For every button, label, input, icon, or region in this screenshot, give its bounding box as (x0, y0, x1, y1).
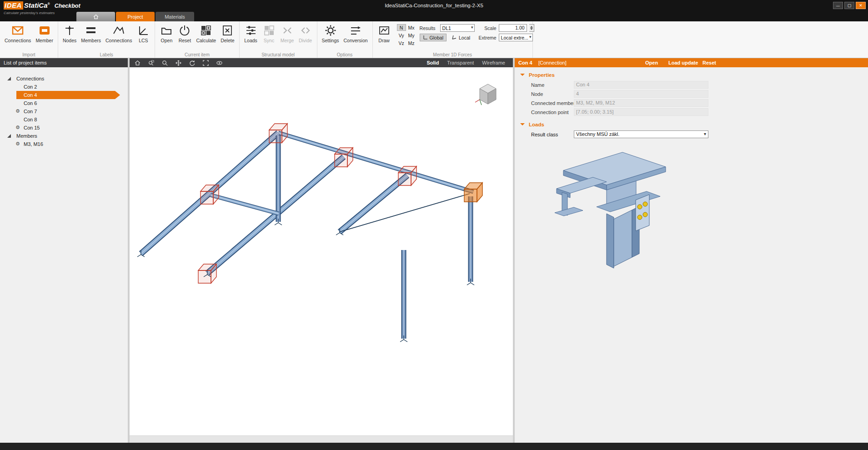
minimize-button[interactable] (833, 2, 843, 9)
scale-input[interactable]: 1.00 (499, 24, 527, 32)
structural-model-canvas[interactable] (130, 67, 513, 435)
gear-icon (324, 24, 337, 37)
scale-spinner[interactable] (529, 24, 534, 32)
gear-icon (15, 108, 20, 114)
tree-item-m3-m16[interactable]: M3, M16 (0, 140, 128, 148)
conversion-button[interactable]: Conversion (341, 23, 370, 43)
tree-item-con15[interactable]: Con 15 (0, 124, 128, 132)
rafter-beam-3[interactable] (340, 175, 407, 232)
inspector-subtitle: [Connection] (538, 58, 567, 67)
connection-box[interactable] (398, 166, 416, 185)
tree-item-con8[interactable]: Con 8 (0, 115, 128, 124)
ribbon-group-structural-model: Loads Sync Merge (240, 21, 317, 58)
inspector-title: Con 4 (518, 58, 532, 67)
labels-nodes-button[interactable]: Nodes (60, 23, 79, 43)
tree-item-con7[interactable]: Con 7 (0, 107, 128, 115)
connection-box[interactable] (335, 148, 353, 167)
delete-button[interactable]: Delete (218, 23, 236, 43)
result-class-dropdown[interactable]: Všechny MSÚ zákl. (574, 130, 708, 138)
connection-inspector-panel: Con 4 [Connection] Open Load update Rese… (515, 58, 868, 443)
mode-solid[interactable]: Solid (426, 60, 439, 65)
toggle-vz[interactable]: Vz (397, 40, 406, 46)
ribbon-group-member-1d-forces: Draw N Vy Vz Mx My Mz Res (373, 21, 533, 58)
global-toggle[interactable]: Global (420, 34, 447, 41)
properties-section-header[interactable]: Properties (515, 67, 868, 80)
view-home-icon[interactable] (134, 59, 141, 66)
connection-box-con4-selected[interactable] (464, 183, 482, 202)
rotate-icon[interactable] (188, 59, 196, 66)
tree-item-members[interactable]: Members (0, 132, 128, 140)
zoom-icon[interactable] (161, 59, 168, 66)
gear-icon (15, 125, 20, 130)
sync-button[interactable]: Sync (260, 23, 278, 43)
loads-sliders-icon (244, 24, 258, 37)
maximize-button[interactable] (844, 2, 854, 9)
toggle-n[interactable]: N (397, 24, 406, 31)
property-row-node: Node 4 (515, 90, 868, 99)
inspector-reset-button[interactable]: Reset (702, 58, 716, 67)
toggle-vy[interactable]: Vy (397, 32, 406, 39)
open-icon (160, 24, 173, 37)
merge-button[interactable]: Merge (278, 23, 296, 43)
draw-button[interactable]: Draw (375, 23, 393, 43)
node-field: 4 (574, 90, 708, 98)
inspector-load-update-button[interactable]: Load update (668, 58, 698, 67)
nodes-icon (63, 24, 76, 37)
import-member-button[interactable]: Member (33, 23, 55, 43)
loads-section-header[interactable]: Loads (515, 117, 868, 130)
results-dropdown[interactable]: DL1 (440, 24, 475, 32)
settings-button[interactable]: Settings (320, 23, 341, 43)
expander-icon[interactable] (7, 134, 11, 138)
sync-icon (262, 24, 276, 37)
mid-beam[interactable] (211, 195, 279, 214)
expander-icon[interactable] (7, 77, 11, 80)
display-mode-switch: Solid Transparent Wireframe (426, 60, 509, 65)
tree-item-connections[interactable]: Connections (0, 75, 128, 83)
model-viewport: Solid Transparent Wireframe (130, 58, 513, 443)
labels-connections-button[interactable]: Connections (103, 23, 134, 43)
extreme-dropdown[interactable]: Local extre... (499, 34, 533, 41)
toggle-mx[interactable]: Mx (407, 24, 416, 31)
mode-transparent[interactable]: Transparent (447, 60, 474, 65)
connection-3d-preview[interactable] (538, 145, 868, 284)
close-button[interactable] (856, 2, 866, 9)
connected-members-field: M3, M2, M9, M12 (574, 99, 708, 107)
top-chord-beam[interactable] (278, 133, 473, 192)
tab-project[interactable]: Project (116, 12, 155, 21)
import-connections-button[interactable]: Connections (2, 23, 33, 43)
tree-item-con6[interactable]: Con 6 (0, 99, 128, 107)
property-row-name: Name Con 4 (515, 80, 868, 90)
connection-box[interactable] (201, 185, 219, 204)
titlebar: IDEA StatiCa® Checkbot Calculate yesterd… (0, 0, 868, 21)
property-row-connection-point: Connection point [7.05; 0.00; 3.15] (515, 108, 868, 117)
property-row-result-class: Result class Všechny MSÚ zákl. (515, 130, 868, 139)
navigation-cube[interactable] (475, 84, 496, 105)
toggle-mz[interactable]: Mz (407, 40, 416, 46)
zoom-window-icon[interactable] (147, 59, 155, 66)
local-toggle[interactable]: Local (449, 34, 473, 41)
visibility-eye-icon[interactable] (216, 59, 223, 66)
extreme-label: Extreme (478, 35, 497, 40)
labels-lcs-button[interactable]: LCS (134, 23, 152, 43)
mode-wireframe[interactable]: Wireframe (482, 60, 505, 65)
divide-button[interactable]: Divide (296, 23, 315, 43)
connection-box[interactable] (269, 124, 287, 143)
tab-materials[interactable]: Materials (156, 12, 194, 21)
tree-item-con4-selected[interactable]: Con 4 (0, 91, 128, 99)
open-button[interactable]: Open (157, 23, 176, 43)
toggle-my[interactable]: My (407, 32, 416, 39)
home-icon (93, 14, 99, 20)
reset-button[interactable]: Reset (176, 23, 194, 43)
fullscreen-icon[interactable] (202, 59, 209, 66)
inspector-open-button[interactable]: Open (645, 58, 658, 67)
pan-icon[interactable] (175, 59, 182, 66)
tab-home[interactable] (76, 12, 115, 21)
global-axes-icon (423, 35, 428, 40)
labels-members-button[interactable]: Members (79, 23, 103, 43)
idea-logo: IDEA (4, 1, 23, 10)
calculate-button[interactable]: Calculate (194, 23, 218, 43)
viewport-toolbar: Solid Transparent Wireframe (130, 58, 513, 67)
loads-button[interactable]: Loads (242, 23, 260, 43)
tree-item-con2[interactable]: Con 2 (0, 83, 128, 91)
import-member-icon (38, 24, 51, 37)
